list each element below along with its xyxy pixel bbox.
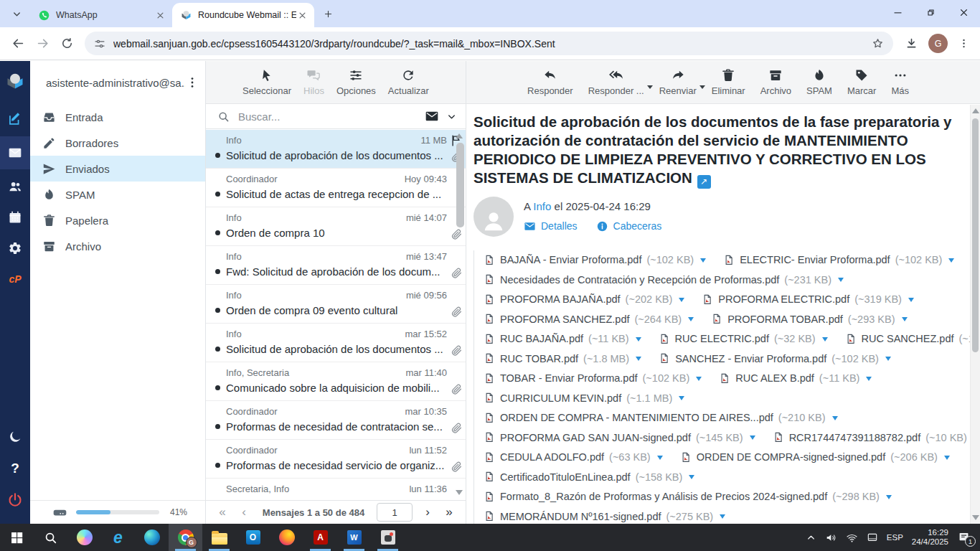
attachment-item[interactable]: RUC BAJAÑA.pdf(~11 KB)	[484, 332, 641, 346]
rail-calendar-icon[interactable]	[0, 204, 30, 231]
taskbar-acrobat-icon[interactable]: A	[303, 524, 337, 551]
folder-item-borradores[interactable]: Borradores	[30, 130, 205, 156]
bookmark-star-icon[interactable]	[871, 37, 885, 50]
attachment-item[interactable]: SANCHEZ - Enviar Proforma.pdf(~102 KB)	[659, 352, 891, 365]
attachment-item[interactable]: ORDEN DE COMPRA-signed-signed.pdf(~206 K…	[680, 451, 950, 464]
taskbar-search-icon[interactable]	[34, 524, 67, 551]
attachment-menu-caret-icon[interactable]	[688, 317, 694, 324]
account-header[interactable]: asistente-administrativo@sa...	[30, 61, 205, 104]
window-restore-button[interactable]	[914, 0, 947, 24]
volume-icon[interactable]	[825, 532, 837, 544]
tab-close-icon[interactable]	[296, 9, 308, 22]
attachment-name[interactable]: PROFORMA ELECTRIC.pdf	[718, 293, 849, 305]
account-menu-icon[interactable]	[185, 75, 199, 90]
taskbar-edge-icon[interactable]	[135, 524, 169, 551]
attachment-name[interactable]: SANCHEZ - Enviar Proforma.pdf	[675, 353, 826, 364]
list-scroll-down[interactable]	[456, 490, 463, 495]
taskbar-internet-explorer-icon[interactable]: e	[101, 524, 135, 551]
attachment-menu-caret-icon[interactable]	[700, 258, 706, 265]
reader-responder-button[interactable]: Responder ...	[588, 68, 644, 96]
taskbar-start-icon[interactable]	[0, 524, 34, 551]
downloads-button[interactable]	[899, 32, 923, 56]
reader-scroll-down[interactable]	[972, 515, 979, 520]
attachment-name[interactable]: RUC ALEX B.pdf	[735, 372, 814, 384]
message-row[interactable]: Info, Secretariamar 11:40Comunicado sobr…	[206, 362, 466, 401]
attachment-item[interactable]: CertificadoTituloEnLinea.pdf(~158 KB)	[484, 470, 694, 484]
window-minimize-button[interactable]	[881, 0, 914, 24]
attachment-item[interactable]: RUC TOBAR.pdf(~1.8 MB)	[484, 352, 641, 365]
attachment-menu-caret-icon[interactable]	[679, 396, 684, 403]
list-seleccionar-button[interactable]: Seleccionar	[242, 68, 291, 96]
reader-scrollbar-thumb[interactable]	[972, 118, 979, 352]
rail-help-icon[interactable]: ?	[0, 455, 30, 482]
browser-tab-active[interactable]: Roundcube Webmail :: Enviados	[172, 3, 314, 27]
rail-settings-icon[interactable]	[0, 235, 30, 262]
reader-marcar-button[interactable]: Marcar	[847, 68, 876, 96]
attachment-name[interactable]: RUC ELECTRIC.pdf	[675, 333, 769, 344]
attachment-name[interactable]: Formato_8_Razón de Proformas y Análisis …	[500, 491, 827, 502]
recipient-link[interactable]: Info	[533, 200, 551, 212]
attachment-item[interactable]: Formato_8_Razón de Proformas y Análisis …	[484, 490, 892, 504]
attachment-name[interactable]: CEDULA ADOLFO.pdf	[500, 451, 604, 463]
reader-scroll-up[interactable]	[972, 108, 979, 113]
attachment-item[interactable]: ORDEN DE COMPRA - MANTENIMIENTO DE AIRES…	[484, 411, 838, 425]
attachment-name[interactable]: RCR1744747391188782.pdf	[789, 432, 921, 443]
folder-item-archivo[interactable]: Archivo	[30, 233, 205, 259]
tray-chevron-up-icon[interactable]	[806, 532, 816, 543]
message-row[interactable]: CoordinadorHoy 09:43Solicitud de actas d…	[206, 169, 466, 207]
rail-cpanel-icon[interactable]: cP	[0, 265, 30, 293]
attachment-menu-caret-icon[interactable]	[866, 377, 872, 384]
message-row[interactable]: Info11 MBSolicitud de aprobación de los …	[206, 130, 466, 169]
message-row[interactable]: Coordinadormar 10:35Proformas de necesid…	[206, 401, 466, 440]
rail-mail-icon[interactable]	[0, 136, 30, 169]
attachment-item[interactable]: PROFORMA TOBAR.pdf(~293 KB)	[711, 312, 907, 326]
attachment-item[interactable]: TOBAR - Enviar Proforma.pdf(~102 KB)	[484, 372, 702, 385]
attachment-menu-caret-icon[interactable]	[636, 337, 641, 344]
attachment-item[interactable]: RUC SANCHEZ.pdf(~10 KB)	[845, 332, 970, 346]
first-page-button[interactable]: «	[212, 505, 233, 519]
folder-item-spam[interactable]: SPAM	[30, 182, 205, 207]
attachment-name[interactable]: MEMORÁNDUM Nº161-signed.pdf	[500, 511, 661, 522]
attachment-name[interactable]: ORDEN DE COMPRA-signed-signed.pdf	[697, 451, 886, 463]
attachment-menu-caret-icon[interactable]	[885, 357, 891, 364]
forward-button[interactable]	[30, 32, 55, 56]
window-close-button[interactable]	[947, 0, 980, 24]
attachment-menu-caret-icon[interactable]	[679, 298, 684, 305]
next-page-button[interactable]: ›	[417, 505, 438, 519]
message-row[interactable]: Infomar 15:52Solicitud de aprobación de …	[206, 324, 466, 362]
attachment-menu-caret-icon[interactable]	[838, 278, 844, 285]
page-number-input[interactable]	[377, 503, 413, 522]
attachment-item[interactable]: PROFORMA ELECTRIC.pdf(~319 KB)	[702, 293, 914, 306]
reader-scrollbar[interactable]	[970, 105, 980, 524]
reader-reenviar-button[interactable]: Reenviar	[659, 68, 697, 96]
attachment-menu-caret-icon[interactable]	[886, 495, 892, 502]
attachment-menu-caret-icon[interactable]	[822, 337, 828, 344]
search-input[interactable]	[237, 110, 418, 123]
tab-search-button[interactable]	[7, 4, 26, 23]
attachment-menu-caret-icon[interactable]	[948, 258, 954, 265]
message-row[interactable]: Coordinadorlun 11:52Proformas de necesid…	[206, 440, 466, 479]
message-row[interactable]: Secretaria, Infolun 11:36	[206, 479, 466, 500]
attachment-item[interactable]: CEDULA ADOLFO.pdf(~63 KB)	[484, 451, 663, 464]
message-row[interactable]: Infomié 09:56Orden de compra 09 evento c…	[206, 285, 466, 324]
taskbar-file-explorer-icon[interactable]	[202, 524, 236, 551]
list-scroll-up[interactable]	[456, 133, 463, 138]
rail-dark-mode-icon[interactable]	[0, 423, 30, 451]
attachment-name[interactable]: RUC SANCHEZ.pdf	[862, 333, 954, 344]
attachment-name[interactable]: CertificadoTituloEnLinea.pdf	[500, 471, 631, 483]
details-link[interactable]: Detalles	[524, 220, 578, 232]
attachment-menu-caret-icon[interactable]	[696, 377, 702, 384]
reader-responder-button[interactable]: Responder	[527, 68, 573, 96]
attachment-item[interactable]: RUC ELECTRIC.pdf(~32 KB)	[659, 332, 828, 346]
attachment-name[interactable]: RUC TOBAR.pdf	[500, 353, 578, 364]
list-scrollbar-thumb[interactable]	[456, 143, 464, 227]
attachment-item[interactable]: Necesidades de Contratación y Recepción …	[484, 273, 844, 286]
tab-close-icon[interactable]	[154, 9, 166, 22]
attachment-name[interactable]: ORDEN DE COMPRA - MANTENIMIENTO DE AIRES…	[500, 412, 773, 423]
attachment-name[interactable]: PROFORMA SANCHEZ.pdf	[500, 314, 629, 325]
open-in-new-window-icon[interactable]: ↗	[697, 175, 711, 189]
attachment-name[interactable]: ELECTRIC- Enviar Proforma.pdf	[740, 254, 890, 265]
attachment-menu-caret-icon[interactable]	[657, 456, 663, 463]
rail-logout-icon[interactable]	[0, 486, 30, 514]
taskbar-copilot-icon[interactable]	[67, 524, 101, 551]
